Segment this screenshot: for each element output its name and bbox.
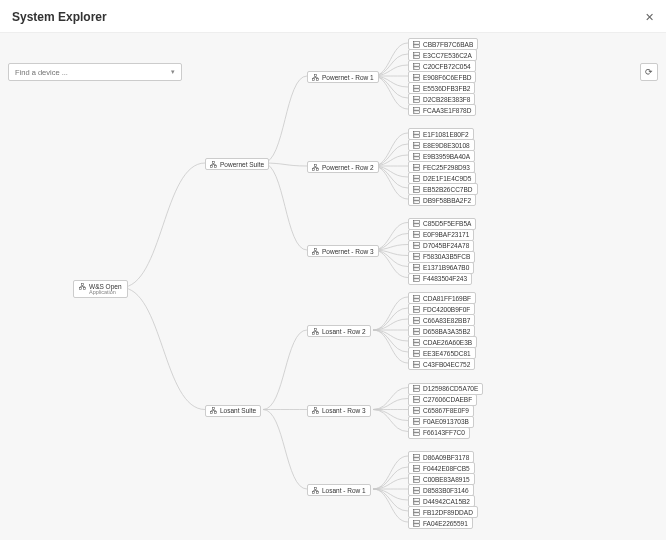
device-node[interactable]: C27606CDAEBF <box>408 394 477 406</box>
svg-rect-20 <box>413 63 419 65</box>
device-node[interactable]: C85D5F5EFB5A <box>408 218 476 230</box>
svg-rect-75 <box>413 224 419 226</box>
device-label: EE3E4765DC81 <box>423 350 471 357</box>
svg-point-134 <box>414 387 415 388</box>
hierarchy-icon <box>312 248 319 255</box>
svg-rect-136 <box>413 397 419 399</box>
device-node[interactable]: C65867F8E0F9 <box>408 405 474 417</box>
row-node[interactable]: Powernet - Row 3 <box>307 245 379 257</box>
svg-point-80 <box>414 233 415 234</box>
server-icon <box>413 339 420 346</box>
device-node[interactable]: D125986CD5A70E <box>408 383 483 395</box>
device-label: F5830A3B5FCB <box>423 253 470 260</box>
tree-canvas[interactable]: ▾ ⟳ W&S OpenApplicationPowernet SuiteLos… <box>0 33 666 540</box>
hierarchy-icon <box>312 407 319 414</box>
device-node[interactable]: C43FB04EC752 <box>408 358 475 370</box>
svg-rect-163 <box>413 476 419 478</box>
device-label: D2CB28E383F8 <box>423 96 470 103</box>
device-node[interactable]: E0F9BAF23171 <box>408 229 474 241</box>
device-label: E0F9BAF23171 <box>423 231 469 238</box>
svg-rect-36 <box>413 107 419 109</box>
svg-rect-25 <box>413 77 419 79</box>
svg-point-115 <box>414 329 415 330</box>
device-node[interactable]: F0AE0913703B <box>408 416 474 428</box>
svg-rect-102 <box>413 298 419 300</box>
svg-rect-105 <box>413 306 419 308</box>
svg-rect-144 <box>413 419 419 421</box>
row-node[interactable]: Powernet - Row 2 <box>307 161 379 173</box>
svg-point-53 <box>414 154 415 155</box>
svg-point-19 <box>414 56 415 57</box>
device-label: F0AE0913703B <box>423 418 469 425</box>
row-node[interactable]: Losant - Row 3 <box>307 405 371 417</box>
root-subtitle: Application <box>89 290 116 296</box>
svg-rect-152 <box>314 487 316 489</box>
svg-rect-156 <box>413 457 419 459</box>
svg-point-119 <box>414 340 415 341</box>
svg-rect-106 <box>413 309 419 311</box>
svg-rect-4 <box>210 165 212 167</box>
svg-point-77 <box>414 225 415 226</box>
close-icon[interactable]: ✕ <box>645 12 654 23</box>
svg-rect-137 <box>413 400 419 402</box>
root-node[interactable]: W&S OpenApplication <box>73 280 128 299</box>
suite-node[interactable]: Losant Suite <box>205 405 261 417</box>
svg-rect-12 <box>413 41 419 43</box>
device-node[interactable]: E1371B96A7B0 <box>408 262 474 274</box>
svg-rect-72 <box>312 252 314 254</box>
svg-rect-167 <box>413 487 419 489</box>
device-node[interactable]: D7045BF24A78 <box>408 240 474 252</box>
device-label: DB9F58BBA2F2 <box>423 197 471 204</box>
row-node[interactable]: Losant - Row 1 <box>307 484 371 496</box>
svg-rect-129 <box>314 407 316 409</box>
device-label: E1371B96A7B0 <box>423 264 469 271</box>
svg-point-66 <box>414 190 415 191</box>
svg-rect-3 <box>212 161 214 163</box>
server-icon <box>413 85 420 92</box>
device-label: FEC25F298D93 <box>423 164 470 171</box>
device-node[interactable]: FA04E2265591 <box>408 517 473 529</box>
svg-rect-67 <box>413 197 419 199</box>
server-icon <box>413 264 420 271</box>
svg-rect-154 <box>317 491 319 493</box>
device-label: FB12DF89DDAD <box>423 509 473 516</box>
svg-rect-125 <box>413 361 419 363</box>
device-node[interactable]: FCAA3E1F878D <box>408 104 476 116</box>
server-icon <box>413 142 420 149</box>
device-node[interactable]: F5830A3B5FCB <box>408 251 475 263</box>
device-label: FDC4200B9F0F <box>423 306 470 313</box>
hierarchy-icon <box>210 407 217 414</box>
device-label: C43FB04EC752 <box>423 361 470 368</box>
device-node[interactable]: F4483504F243 <box>408 273 472 285</box>
row-label: Powernet - Row 1 <box>322 74 374 81</box>
svg-point-76 <box>414 222 415 223</box>
svg-rect-109 <box>413 317 419 319</box>
svg-rect-37 <box>413 110 419 112</box>
device-label: CDA81FF169BF <box>423 295 471 302</box>
svg-rect-32 <box>413 96 419 98</box>
svg-point-38 <box>414 108 415 109</box>
svg-rect-94 <box>413 276 419 278</box>
row-label: Losant - Row 3 <box>322 407 366 414</box>
svg-rect-110 <box>413 320 419 322</box>
suite-node[interactable]: Powernet Suite <box>205 158 269 170</box>
device-label: EB52B26CC7BD <box>423 186 473 193</box>
svg-rect-149 <box>413 433 419 435</box>
svg-rect-98 <box>314 328 316 330</box>
device-node[interactable]: DB9F58BBA2F2 <box>408 194 476 206</box>
svg-point-112 <box>414 321 415 322</box>
server-icon <box>413 317 420 324</box>
device-label: F4483504F243 <box>423 275 467 282</box>
device-label: E1F1081E80F2 <box>423 131 469 138</box>
svg-point-158 <box>414 458 415 459</box>
device-label: D44942CA15B2 <box>423 498 470 505</box>
device-node[interactable]: F66143FF7C0 <box>408 427 470 439</box>
server-icon <box>413 328 420 335</box>
row-node[interactable]: Losant - Row 2 <box>307 325 371 337</box>
svg-rect-44 <box>413 134 419 136</box>
svg-rect-131 <box>317 412 319 414</box>
svg-point-14 <box>414 42 415 43</box>
row-node[interactable]: Powernet - Row 1 <box>307 71 379 83</box>
device-label: CDAE26A60E3B <box>423 339 472 346</box>
device-label: FCAA3E1F878D <box>423 107 471 114</box>
